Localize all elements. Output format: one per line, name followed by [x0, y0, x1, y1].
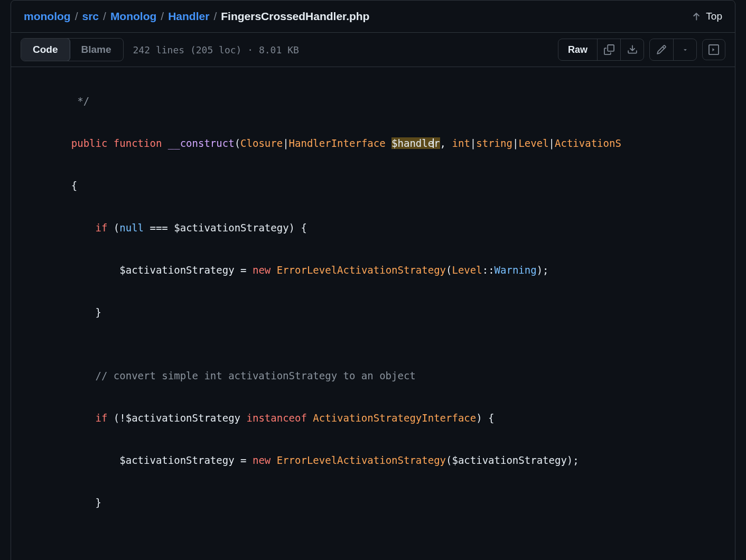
raw-button[interactable]: Raw [558, 39, 597, 60]
code-text: function [107, 137, 162, 149]
code-text: = [235, 454, 253, 466]
code-text: | [470, 137, 476, 149]
search-highlight: $handler [391, 137, 440, 149]
code-text [47, 454, 119, 466]
code-text [271, 454, 276, 466]
code-text: */ [47, 95, 89, 107]
code-text: $activationStrategy [126, 412, 240, 424]
code-text: ErrorLevelActivationStrategy [277, 264, 446, 276]
file-viewer: monolog/src/Monolog/Handler/FingersCross… [11, 0, 735, 560]
code-text [271, 264, 276, 276]
triangle-down-icon [682, 46, 688, 53]
toolbar-right: Raw [558, 39, 725, 61]
top-button-label: Top [706, 11, 722, 22]
file-info: 242 lines (205 loc) · 8.01 KB [133, 44, 299, 55]
code-text: int [452, 137, 470, 149]
code-text: ( [235, 137, 240, 149]
code-text: ( [446, 264, 452, 276]
code-text: ActivationS [555, 137, 621, 149]
code-text: $activationStrategy [452, 454, 566, 466]
raw-group: Raw [558, 39, 644, 61]
download-button[interactable] [620, 39, 644, 60]
code-text: === [144, 222, 174, 234]
code-text: new [253, 454, 271, 466]
code-text: $activationStrategy [119, 264, 234, 276]
code-text: | [549, 137, 555, 149]
code-text: | [283, 137, 288, 149]
breadcrumb-current: FingersCrossedHandler.php [221, 10, 369, 23]
symbols-button[interactable] [702, 39, 725, 60]
code-text [47, 264, 119, 276]
top-button[interactable]: Top [691, 11, 722, 22]
code-text: __construct [162, 137, 234, 149]
code-text: ); [537, 264, 549, 276]
download-icon [627, 44, 638, 55]
code-text: Level [452, 264, 482, 276]
code-text: Closure [240, 137, 283, 149]
code-text: Warning [495, 264, 537, 276]
code-text: ( [107, 222, 119, 234]
code-text: ) { [289, 222, 307, 234]
code-text: ( [446, 454, 452, 466]
code-text: HandlerInterface [289, 137, 386, 149]
breadcrumb-row: monolog/src/Monolog/Handler/FingersCross… [11, 1, 735, 33]
edit-button[interactable] [650, 39, 673, 60]
code-text [386, 137, 391, 149]
breadcrumb: monolog/src/Monolog/Handler/FingersCross… [24, 10, 369, 23]
breadcrumb-sep: / [103, 10, 106, 23]
breadcrumb-link[interactable]: Monolog [110, 10, 156, 23]
code-text: ErrorLevelActivationStrategy [277, 454, 446, 466]
breadcrumb-link[interactable]: src [82, 10, 99, 23]
edit-group [649, 39, 697, 61]
code-text: { [47, 180, 77, 191]
edit-dropdown[interactable] [673, 39, 696, 60]
code-text: (! [107, 412, 125, 424]
code-text: | [512, 137, 518, 149]
toolbar: Code Blame 242 lines (205 loc) · 8.01 KB… [11, 33, 735, 67]
code-text: ) { [476, 412, 494, 424]
copy-button[interactable] [597, 39, 620, 60]
code-text: Level [518, 137, 548, 149]
toolbar-left: Code Blame 242 lines (205 loc) · 8.01 KB [21, 38, 299, 61]
code-text: if [47, 412, 107, 424]
tab-code[interactable]: Code [21, 38, 70, 61]
breadcrumb-sep: / [213, 10, 217, 23]
code-text: null [119, 222, 144, 234]
code-text: , [440, 137, 452, 149]
code-text: $activationStrategy [174, 222, 288, 234]
code-text: string [476, 137, 512, 149]
code-text: public [47, 137, 107, 149]
copy-icon [604, 44, 614, 55]
breadcrumb-sep: / [75, 10, 78, 23]
code-text: new [253, 264, 271, 276]
code-text: :: [482, 264, 495, 276]
arrow-up-icon [691, 11, 702, 22]
tab-group: Code Blame [21, 38, 124, 61]
code-text: } [47, 497, 101, 508]
code-text [307, 412, 313, 424]
code-text: ActivationStrategyInterface [313, 412, 476, 424]
breadcrumb-link[interactable]: monolog [24, 10, 71, 23]
pencil-icon [656, 44, 667, 55]
code-text: = [235, 264, 253, 276]
code-text: } [47, 306, 101, 318]
code-text: // convert simple int activationStrategy… [47, 370, 416, 381]
breadcrumb-sep: / [161, 10, 164, 23]
tab-blame[interactable]: Blame [70, 39, 123, 61]
code-text: $activationStrategy [119, 454, 234, 466]
code-text: instanceof [240, 412, 307, 424]
code-area[interactable]: */ public function __construct(Closure|H… [11, 67, 735, 560]
code-text: ); [567, 454, 579, 466]
breadcrumb-link[interactable]: Handler [168, 10, 209, 23]
code-text: if [47, 222, 107, 234]
symbols-icon [708, 44, 719, 55]
